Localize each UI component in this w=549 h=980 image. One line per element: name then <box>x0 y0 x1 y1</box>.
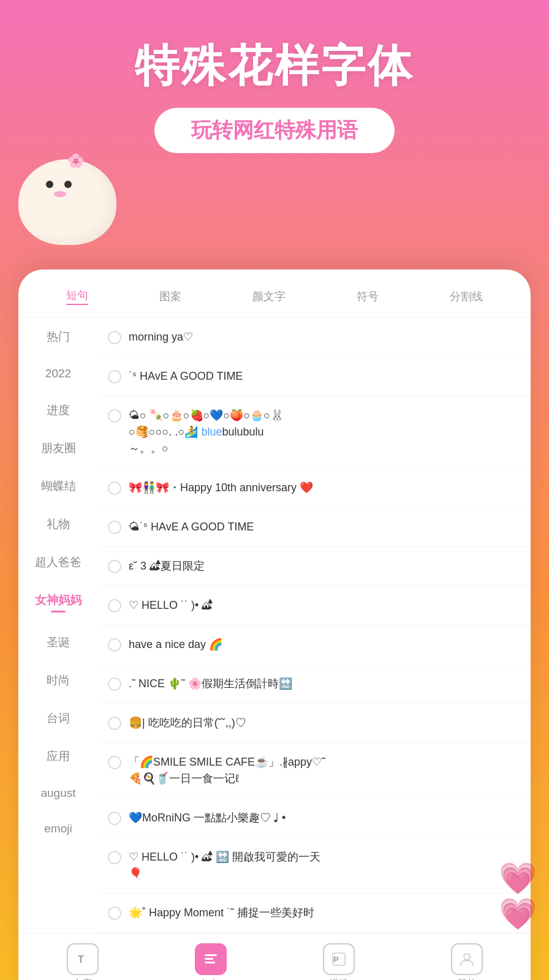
list-item[interactable]: 🌤˙ˢ HAvE A GOOD TIME <box>98 508 531 547</box>
nav-label-mine: 我的 <box>457 978 477 980</box>
list-item[interactable]: ♡ HELLO ˙˙ )• 🏕 🔛 開啟我可愛的一天🎈 <box>98 838 531 894</box>
subtitle: 玩转网红特殊用语 <box>191 116 358 145</box>
list-item[interactable]: ε˘ 3 🏕夏日限定 <box>98 547 531 586</box>
radio-4[interactable] <box>108 481 121 495</box>
tab-bar: 短句 图案 颜文字 符号 分割线 <box>18 270 531 318</box>
list-text-14: 🌟˚ Happy Moment ˙˜ 捕捉一些美好时 <box>129 905 521 921</box>
list-text-9: .˜ NICE 🌵˜ 🌸假期生活倒計時🔛 <box>129 676 521 692</box>
tab-divider-label: 分割线 <box>450 289 483 304</box>
tab-pattern[interactable]: 图案 <box>159 289 181 304</box>
sheep-mascot: 🌸 <box>18 147 129 257</box>
radio-8[interactable] <box>108 638 121 652</box>
radio-14[interactable] <box>108 907 121 920</box>
list-item[interactable]: 💙MoRniNG 一點點小樂趣♡♩• <box>98 799 531 838</box>
svg-rect-1 <box>205 954 217 956</box>
list-item[interactable]: ♡ HELLO ˙˙ )• 🏕 <box>98 586 531 625</box>
list-text-10: 🍔| 吃吃吃的日常(˘˘,,)♡ <box>129 715 521 731</box>
subtitle-wrap: 玩转网红特殊用语 <box>154 108 395 153</box>
radio-1[interactable] <box>108 331 121 344</box>
tab-divider[interactable]: 分割线 <box>450 289 483 304</box>
radio-11[interactable] <box>108 756 121 769</box>
list-item[interactable]: 🎀👫🎀・Happy 10th anniversary ❤️ <box>98 469 531 508</box>
radio-13[interactable] <box>108 851 121 864</box>
radio-2[interactable] <box>108 370 121 383</box>
sidebar-item-bow[interactable]: 蝴蝶结 <box>18 467 98 505</box>
list-text-1: morning ya♡ <box>129 329 521 345</box>
nav-icon-mine <box>451 943 483 975</box>
list-item[interactable]: have a nice day 🌈 <box>98 625 531 665</box>
list-item[interactable]: .˜ NICE 🌵˜ 🌸假期生活倒計時🔛 <box>98 665 531 704</box>
list-text-4: 🎀👫🎀・Happy 10th anniversary ❤️ <box>129 480 521 496</box>
list-text-6: ε˘ 3 🏕夏日限定 <box>129 558 521 575</box>
nav-item-text[interactable]: T 文字 <box>67 943 99 980</box>
radio-6[interactable] <box>108 560 121 573</box>
list-item[interactable]: 「🌈SMILE SMILE CAFE☕」.∦appy♡˜🍕🍳🥤一日一食一记ℓ <box>98 743 531 799</box>
svg-rect-3 <box>205 962 215 963</box>
deco-hearts: 💗💗 <box>499 861 537 932</box>
sidebar-item-goddess[interactable]: 女神妈妈 <box>18 581 98 624</box>
main-title: 特殊花样字体 <box>25 37 524 96</box>
content-area: 热门 2022 进度 朋友圈 蝴蝶结 礼物 超人爸爸 女神妈妈 圣诞 时尚 台词… <box>18 318 531 933</box>
sidebar-item-superdad[interactable]: 超人爸爸 <box>18 543 98 581</box>
tab-emoji-face-label: 颜文字 <box>252 289 286 304</box>
nav-item-mine[interactable]: 我的 <box>451 943 483 980</box>
radio-3[interactable] <box>108 409 121 423</box>
sidebar-item-christmas[interactable]: 圣诞 <box>18 624 98 662</box>
nav-label-short: 短句 <box>201 978 221 980</box>
radio-10[interactable] <box>108 717 121 730</box>
nav-label-text: 文字 <box>73 978 93 980</box>
list-text-8: have a nice day 🌈 <box>129 636 521 653</box>
list-item[interactable]: ˙ˢ HAvE A GOOD TIME <box>98 357 531 396</box>
tab-short-label: 短句 <box>66 288 88 305</box>
list-item[interactable]: 🌤○ 🍡○🎂○🍓○💙○🍑○🧁○🐰○🥞○○○. .○🏄 bluebulubulu～… <box>98 396 531 469</box>
list-text-5: 🌤˙ˢ HAvE A GOOD TIME <box>129 519 521 535</box>
nav-icon-text: T <box>67 943 99 975</box>
sidebar-item-fashion[interactable]: 时尚 <box>18 662 98 699</box>
nav-icon-mix: P <box>323 943 355 975</box>
tab-short[interactable]: 短句 <box>66 288 88 305</box>
phone-card: 短句 图案 颜文字 符号 分割线 热门 2022 进度 朋友圈 蝴蝶结 礼物 超… <box>18 270 531 980</box>
sidebar-item-apply[interactable]: 应用 <box>18 737 98 775</box>
sheep-body <box>18 159 116 245</box>
sidebar-item-emoji[interactable]: emoji <box>18 811 98 846</box>
list-text-3: 🌤○ 🍡○🎂○🍓○💙○🍑○🧁○🐰○🥞○○○. .○🏄 bluebulubulu～… <box>129 407 521 457</box>
sidebar-item-lines[interactable]: 台词 <box>18 699 98 737</box>
svg-text:T: T <box>78 954 84 965</box>
nav-icon-short <box>195 943 227 975</box>
list-text-7: ♡ HELLO ˙˙ )• 🏕 <box>129 597 521 614</box>
nav-item-short[interactable]: 短句 <box>195 943 227 980</box>
sheep-nose <box>54 191 66 197</box>
nav-label-mix: 混排 <box>329 978 349 980</box>
tab-symbol-label: 符号 <box>357 289 379 304</box>
sheep-eye-left <box>46 181 53 188</box>
svg-text:P: P <box>333 955 339 964</box>
list-item[interactable]: 🍔| 吃吃吃的日常(˘˘,,)♡ <box>98 704 531 743</box>
svg-rect-2 <box>205 958 213 960</box>
sidebar-item-friends[interactable]: 朋友圈 <box>18 429 98 467</box>
sidebar-item-2022[interactable]: 2022 <box>18 356 98 391</box>
sidebar-item-hot[interactable]: 热门 <box>18 318 98 356</box>
radio-12[interactable] <box>108 812 121 825</box>
tab-emoji-face[interactable]: 颜文字 <box>252 289 286 304</box>
bottom-nav: T 文字 短句 P 混排 <box>18 933 531 980</box>
tab-symbol[interactable]: 符号 <box>357 289 379 304</box>
sheep-flower-icon: 🌸 <box>67 153 84 169</box>
tab-pattern-label: 图案 <box>159 289 181 304</box>
list-text-12: 💙MoRniNG 一點點小樂趣♡♩• <box>129 810 521 826</box>
list-item[interactable]: 🌟˚ Happy Moment ˙˜ 捕捉一些美好时 <box>98 894 531 933</box>
sidebar-item-progress[interactable]: 进度 <box>18 391 98 429</box>
list-item[interactable]: morning ya♡ <box>98 318 531 357</box>
sidebar-item-august[interactable]: august <box>18 775 98 811</box>
nav-item-mix[interactable]: P 混排 <box>323 943 355 980</box>
radio-9[interactable] <box>108 677 121 691</box>
sheep-eye-right <box>64 181 72 188</box>
list-text-13: ♡ HELLO ˙˙ )• 🏕 🔛 開啟我可愛的一天🎈 <box>129 849 521 882</box>
radio-5[interactable] <box>108 521 121 534</box>
sidebar: 热门 2022 进度 朋友圈 蝴蝶结 礼物 超人爸爸 女神妈妈 圣诞 时尚 台词… <box>18 318 98 933</box>
list-area: morning ya♡ ˙ˢ HAvE A GOOD TIME 🌤○ 🍡○🎂○🍓… <box>98 318 531 933</box>
radio-7[interactable] <box>108 599 121 612</box>
header: 特殊花样字体 玩转网红特殊用语 <box>0 0 549 172</box>
sidebar-item-gift[interactable]: 礼物 <box>18 505 98 543</box>
list-text-11: 「🌈SMILE SMILE CAFE☕」.∦appy♡˜🍕🍳🥤一日一食一记ℓ <box>129 754 521 787</box>
svg-point-6 <box>464 954 470 960</box>
